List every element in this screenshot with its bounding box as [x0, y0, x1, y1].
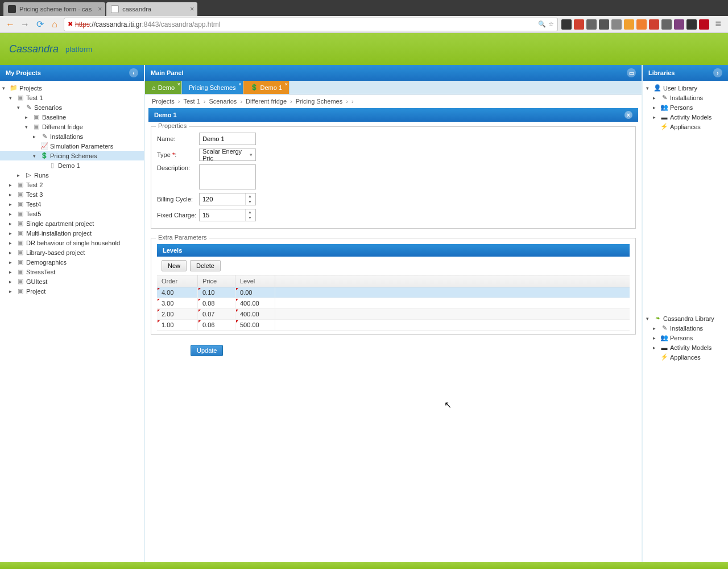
delete-button[interactable]: Delete — [190, 260, 221, 271]
reload-button[interactable]: ⟳ — [34, 19, 46, 30]
tree-item-simulation-parameters[interactable]: 📈Simulation Parameters — [0, 141, 144, 151]
extension-icon[interactable] — [624, 19, 634, 30]
close-icon[interactable]: × — [98, 5, 102, 13]
cell-level[interactable]: 500.00 — [235, 320, 275, 330]
tree-clib-installations[interactable]: ▸✎Installations — [644, 323, 727, 333]
tab-pricing-schemes[interactable]: Pricing Schemes× — [182, 81, 243, 94]
cell-order[interactable]: 2.00 — [157, 309, 198, 319]
tree-item-test4[interactable]: ▸▣Test4 — [0, 199, 144, 209]
cell-price[interactable]: 0.08 — [198, 298, 235, 308]
cell-order[interactable]: 1.00 — [157, 320, 198, 330]
new-button[interactable]: New — [162, 260, 187, 271]
breadcrumb-projects[interactable]: Projects — [152, 98, 175, 105]
tree-item-installations[interactable]: ▸✎Installations — [0, 131, 144, 141]
cell-level[interactable]: 400.00 — [235, 309, 275, 319]
cell-level[interactable]: 400.00 — [235, 298, 275, 308]
type-select[interactable]: Scalar Energy Pric▾ — [199, 149, 256, 161]
extension-icon[interactable] — [611, 19, 622, 30]
tree-lib-activity-models[interactable]: ▸▬Activity Models — [644, 112, 727, 122]
description-input[interactable] — [199, 164, 256, 189]
spin-up-icon[interactable]: ▲ — [246, 193, 254, 199]
col-order[interactable]: Order — [157, 275, 198, 287]
col-price[interactable]: Price — [198, 275, 235, 287]
window-icon[interactable]: ▭ — [627, 68, 636, 77]
extension-icon[interactable] — [574, 19, 584, 30]
spin-up-icon[interactable]: ▲ — [246, 209, 254, 215]
tree-item-project[interactable]: ▸▣Project — [0, 286, 144, 296]
collapse-right-icon[interactable]: › — [713, 68, 722, 77]
forward-button[interactable]: → — [19, 19, 31, 30]
close-icon[interactable]: × — [285, 81, 288, 87]
tab-demo[interactable]: ⌂Demo× — [145, 81, 182, 94]
extension-icon[interactable] — [686, 19, 697, 30]
breadcrumb-pricing[interactable]: Pricing Schemes — [296, 98, 343, 105]
tree-item-test1[interactable]: ▾▣Test 1 — [0, 93, 144, 102]
billing-cycle-spinner[interactable]: ▲▼ — [199, 193, 256, 205]
url-bar[interactable]: ✖ https://cassandra.iti.gr:8443/cassandr… — [64, 18, 558, 31]
tree-item-guitest[interactable]: ▸▣GUItest — [0, 277, 144, 286]
grid-row[interactable]: 3.00 0.08 400.00 — [157, 298, 630, 309]
extension-icon[interactable] — [599, 19, 609, 30]
tree-item-runs[interactable]: ▸▷Runs — [0, 170, 144, 180]
tree-item-baseline[interactable]: ▸▣Baseline — [0, 112, 144, 122]
breadcrumb-different-fridge[interactable]: Different fridge — [246, 98, 287, 105]
fixed-charge-spinner[interactable]: ▲▼ — [199, 209, 256, 221]
cell-order[interactable]: 3.00 — [157, 298, 198, 308]
zoom-icon[interactable]: 🔍 — [538, 20, 546, 28]
tree-lib-installations[interactable]: ▸✎Installations — [644, 93, 727, 102]
tree-item-pricing-schemes[interactable]: ▾💲Pricing Schemes — [0, 151, 144, 160]
browser-tab-1[interactable]: Pricing scheme form - cas × — [3, 2, 105, 16]
back-button[interactable]: ← — [5, 19, 16, 30]
extension-icon[interactable] — [586, 19, 597, 30]
close-icon[interactable]: × — [190, 5, 194, 13]
tree-clib-persons[interactable]: ▸👥Persons — [644, 333, 727, 343]
breadcrumb-test1[interactable]: Test 1 — [183, 98, 200, 105]
tree-item-demographics[interactable]: ▸▣Demographics — [0, 257, 144, 267]
tree-cassandra-library[interactable]: ▾❧Cassandra Library — [644, 314, 727, 323]
tree-root-projects[interactable]: ▾📁Projects — [0, 83, 144, 93]
extension-icon[interactable] — [636, 19, 647, 30]
fixed-charge-input[interactable] — [200, 211, 245, 220]
tree-clib-activity-models[interactable]: ▸▬Activity Models — [644, 343, 727, 352]
name-input[interactable] — [199, 133, 256, 145]
cell-price[interactable]: 0.10 — [198, 287, 235, 298]
tree-item-dr-behaviour[interactable]: ▸▣DR behaviour of single household — [0, 238, 144, 248]
browser-tab-2[interactable]: cassandra × — [106, 2, 197, 16]
home-button[interactable]: ⌂ — [49, 19, 60, 30]
close-form-icon[interactable]: × — [624, 111, 632, 119]
tree-lib-persons[interactable]: ▸👥Persons — [644, 102, 727, 112]
col-level[interactable]: Level — [235, 275, 275, 287]
tree-lib-appliances[interactable]: ⚡Appliances — [644, 122, 727, 131]
tree-item-test3[interactable]: ▸▣Test 3 — [0, 189, 144, 199]
cell-level[interactable]: 0.00 — [235, 287, 275, 298]
extension-icon[interactable] — [561, 19, 572, 30]
grid-row[interactable]: 2.00 0.07 400.00 — [157, 309, 630, 320]
hamburger-menu-icon[interactable]: ≡ — [713, 18, 723, 30]
tree-item-demo1[interactable]: ▯Demo 1 — [0, 160, 144, 170]
collapse-left-icon[interactable]: ‹ — [129, 68, 138, 77]
star-icon[interactable]: ☆ — [548, 20, 554, 28]
grid-row[interactable]: 4.00 0.10 0.00 — [157, 287, 630, 298]
billing-cycle-input[interactable] — [200, 195, 245, 204]
tree-item-scenarios[interactable]: ▾✎Scenarios — [0, 102, 144, 112]
tree-item-library-based[interactable]: ▸▣Library-based project — [0, 248, 144, 257]
close-icon[interactable]: × — [238, 81, 241, 87]
spin-down-icon[interactable]: ▼ — [246, 215, 254, 221]
cell-price[interactable]: 0.07 — [198, 309, 235, 319]
close-icon[interactable]: × — [177, 81, 180, 87]
tree-item-multi-installation[interactable]: ▸▣Multi-installation project — [0, 228, 144, 238]
tree-item-test2[interactable]: ▸▣Test 2 — [0, 180, 144, 189]
breadcrumb-scenarios[interactable]: Scenarios — [209, 98, 237, 105]
tree-user-library[interactable]: ▾👤User Library — [644, 83, 727, 93]
extension-icon[interactable] — [674, 19, 684, 30]
spin-down-icon[interactable]: ▼ — [246, 199, 254, 205]
tree-clib-appliances[interactable]: ⚡Appliances — [644, 352, 727, 362]
tree-item-different-fridge[interactable]: ▾▣Different fridge — [0, 122, 144, 131]
tree-item-test5[interactable]: ▸▣Test5 — [0, 209, 144, 218]
tree-item-stresstest[interactable]: ▸▣StressTest — [0, 267, 144, 277]
grid-row[interactable]: 1.00 0.06 500.00 — [157, 320, 630, 331]
extension-icon[interactable] — [649, 19, 659, 30]
tree-item-single-apartment[interactable]: ▸▣Single apartment project — [0, 218, 144, 228]
update-button[interactable]: Update — [191, 345, 223, 356]
extension-icon[interactable] — [699, 19, 709, 30]
